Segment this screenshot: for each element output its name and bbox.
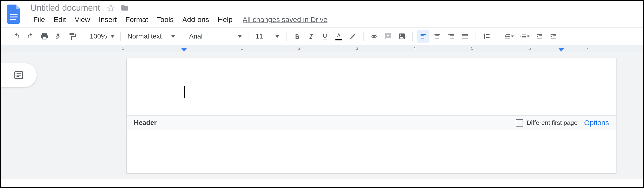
text-color-button[interactable] — [332, 30, 345, 43]
separator — [497, 32, 497, 41]
ruler-tick: 2 — [298, 46, 301, 51]
docs-logo-icon[interactable] — [7, 4, 21, 24]
redo-button[interactable] — [24, 30, 37, 43]
ruler-tick: 6 — [528, 46, 531, 51]
numbered-list-button[interactable] — [502, 30, 516, 43]
toolbar: 100% Normal text Arial 11 — [1, 28, 643, 45]
paragraph-style-value: Normal text — [128, 32, 162, 40]
highlight-color-button[interactable] — [346, 30, 359, 43]
separator — [286, 32, 286, 41]
document-outline-button[interactable] — [1, 63, 37, 87]
align-right-button[interactable] — [445, 30, 457, 43]
title-bar: Untitled document File Edit View Insert … — [1, 1, 643, 25]
italic-button[interactable] — [305, 30, 317, 43]
ruler-tick: 3 — [356, 46, 358, 51]
menu-insert[interactable]: Insert — [94, 14, 121, 25]
font-value: Arial — [189, 32, 202, 40]
print-button[interactable] — [38, 30, 51, 43]
menu-file[interactable]: File — [29, 14, 49, 25]
paragraph-style-dropdown[interactable]: Normal text — [125, 32, 178, 40]
ruler-tick: 1 — [122, 46, 124, 51]
header-edit-area[interactable] — [127, 58, 616, 115]
separator — [248, 32, 249, 41]
align-left-button[interactable] — [417, 30, 430, 43]
save-status[interactable]: All changes saved in Drive — [242, 15, 328, 24]
document-title[interactable]: Untitled document — [29, 3, 102, 13]
align-center-button[interactable] — [431, 30, 444, 43]
separator — [412, 32, 413, 41]
spellcheck-button[interactable] — [52, 30, 64, 43]
document-page[interactable]: Header Different first page Options — [127, 58, 616, 173]
header-info-bar: Header Different first page Options — [127, 115, 616, 130]
svg-rect-0 — [10, 14, 18, 15]
separator — [363, 32, 364, 41]
ruler-tick: 1 — [241, 46, 243, 51]
menu-help[interactable]: Help — [213, 14, 237, 25]
ruler-tick: 4 — [414, 46, 416, 51]
header-options-button[interactable]: Options — [584, 119, 609, 127]
separator — [83, 32, 83, 41]
menu-format[interactable]: Format — [121, 14, 152, 25]
chevron-down-icon — [275, 34, 280, 38]
menu-bar: File Edit View Insert Format Tools Add-o… — [29, 13, 328, 25]
menu-tools[interactable]: Tools — [152, 14, 178, 25]
line-spacing-button[interactable] — [480, 30, 492, 43]
right-indent-marker-icon[interactable] — [558, 48, 564, 52]
svg-rect-1 — [10, 16, 18, 17]
different-first-page-checkbox[interactable]: Different first page — [516, 119, 578, 126]
paint-format-button[interactable] — [66, 30, 78, 43]
font-size-value: 11 — [256, 32, 263, 40]
checkbox-box-icon — [516, 119, 523, 126]
undo-button[interactable] — [10, 30, 23, 43]
header-label: Header — [134, 119, 157, 126]
bulleted-list-button[interactable] — [517, 30, 532, 43]
workspace: Header Different first page Options — [1, 52, 643, 179]
separator — [182, 32, 182, 41]
add-comment-button[interactable] — [382, 30, 394, 43]
menu-addons[interactable]: Add-ons — [178, 14, 214, 25]
zoom-dropdown[interactable]: 100% — [87, 32, 116, 40]
font-dropdown[interactable]: Arial — [187, 32, 244, 40]
ruler-tick: 5 — [471, 46, 474, 51]
text-color-swatch — [336, 39, 342, 40]
separator — [476, 32, 476, 41]
increase-indent-button[interactable] — [547, 30, 560, 43]
zoom-value: 100% — [90, 32, 107, 40]
chevron-down-icon — [527, 35, 530, 38]
svg-point-4 — [400, 34, 401, 36]
insert-image-button[interactable] — [396, 30, 408, 43]
bold-button[interactable] — [291, 30, 303, 43]
menu-edit[interactable]: Edit — [49, 14, 70, 25]
align-justify-button[interactable] — [459, 30, 471, 43]
document-body[interactable] — [127, 130, 616, 173]
font-size-dropdown[interactable]: 11 — [253, 32, 282, 40]
move-folder-icon[interactable] — [120, 4, 129, 12]
different-first-page-label: Different first page — [527, 119, 578, 126]
chevron-down-icon — [238, 34, 242, 38]
separator — [120, 32, 121, 41]
svg-rect-2 — [10, 19, 16, 20]
chevron-down-icon — [171, 34, 176, 38]
chevron-down-icon — [110, 34, 115, 38]
ruler[interactable]: 1 1 2 3 4 5 6 7 — [1, 45, 643, 52]
ruler-tick: 7 — [586, 46, 588, 51]
menu-view[interactable]: View — [70, 14, 94, 25]
underline-button[interactable] — [319, 30, 331, 43]
text-cursor — [184, 86, 185, 97]
insert-link-button[interactable] — [368, 30, 380, 43]
left-indent-marker-icon[interactable] — [182, 48, 187, 52]
decrease-indent-button[interactable] — [533, 30, 546, 43]
chevron-down-icon — [511, 35, 514, 38]
star-icon[interactable] — [107, 4, 115, 12]
